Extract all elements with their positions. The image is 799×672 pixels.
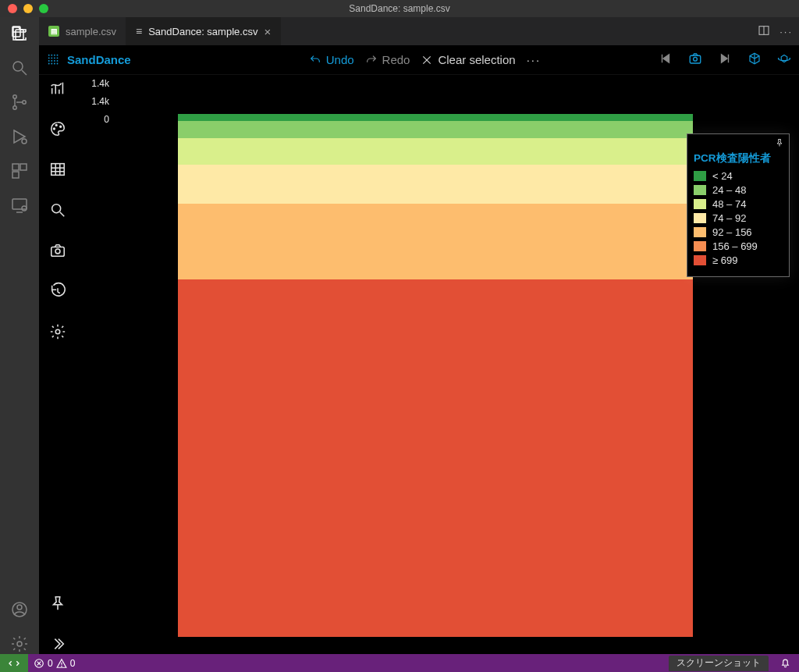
legend-label: ≥ 699: [712, 254, 737, 266]
svg-point-12: [22, 206, 27, 211]
expand-tool-icon[interactable]: [48, 634, 68, 654]
explorer-icon[interactable]: [9, 23, 30, 44]
svg-point-2: [13, 62, 23, 71]
titlebar: SandDance: sample.csv: [0, 0, 799, 17]
cube-icon[interactable]: [748, 52, 762, 68]
legend-item[interactable]: 156 – 699: [694, 240, 783, 252]
legend-label: < 24: [712, 170, 733, 182]
csv-file-icon: ▤: [48, 26, 59, 37]
legend-title: PCR検査陽性者: [694, 151, 783, 165]
undo-label: Undo: [326, 53, 354, 66]
split-editor-icon[interactable]: [758, 24, 770, 39]
settings-tool-icon[interactable]: [48, 322, 68, 342]
legend-item[interactable]: 48 – 74: [694, 198, 783, 210]
window-close-button[interactable]: [8, 4, 17, 13]
svg-marker-41: [722, 55, 728, 63]
close-icon[interactable]: ×: [264, 25, 271, 38]
legend-item[interactable]: 92 – 156: [694, 226, 783, 238]
svg-point-58: [55, 329, 60, 334]
notifications-icon[interactable]: [772, 656, 799, 670]
screenshot-label: スクリーンショット: [676, 656, 761, 670]
chart-canvas[interactable]: PCR検査陽性者 < 2424 – 4848 – 7474 – 9292 – 1…: [76, 75, 799, 654]
chart-type-icon[interactable]: [48, 78, 68, 98]
chart-band[interactable]: [178, 114, 693, 121]
run-debug-icon[interactable]: [9, 126, 30, 147]
next-icon[interactable]: [718, 52, 732, 68]
svg-point-5: [13, 106, 16, 109]
svg-point-32: [54, 62, 55, 64]
chart-band[interactable]: [178, 165, 693, 204]
svg-point-25: [57, 57, 59, 59]
status-bar: 0 0 スクリーンショット: [0, 654, 799, 672]
history-icon[interactable]: [48, 281, 68, 301]
problems-indicator[interactable]: 0 0: [28, 658, 80, 669]
svg-point-20: [54, 54, 55, 55]
pin-legend-icon[interactable]: [775, 137, 784, 151]
editor-tabs: ▤ sample.csv ≡ SandDance: sample.csv × ·…: [39, 17, 799, 45]
sanddance-logo[interactable]: SandDance: [47, 53, 131, 67]
svg-rect-9: [20, 164, 27, 170]
tab-sample-csv[interactable]: ▤ sample.csv: [39, 17, 126, 45]
undo-button[interactable]: Undo: [309, 53, 354, 66]
legend-item[interactable]: 24 – 48: [694, 184, 783, 196]
svg-point-4: [13, 95, 16, 98]
more-toolbar-icon[interactable]: ···: [527, 53, 542, 66]
accounts-icon[interactable]: [9, 599, 30, 620]
legend-item[interactable]: 74 – 92: [694, 212, 783, 224]
legend-swatch: [694, 171, 706, 181]
legend-item[interactable]: < 24: [694, 170, 783, 182]
svg-point-23: [51, 57, 52, 59]
extensions-icon[interactable]: [9, 161, 30, 181]
previous-icon[interactable]: [659, 52, 673, 68]
legend-label: 24 – 48: [712, 184, 746, 196]
window-minimize-button[interactable]: [23, 4, 33, 13]
legend-swatch: [694, 185, 706, 195]
svg-rect-56: [51, 247, 65, 256]
svg-point-24: [54, 57, 55, 59]
redo-label: Redo: [382, 53, 410, 66]
pin-tool-icon[interactable]: [48, 593, 68, 613]
data-table-icon[interactable]: [48, 159, 68, 180]
error-count: 0: [48, 658, 53, 669]
orbit-cube-icon[interactable]: [777, 52, 791, 68]
search-icon[interactable]: [9, 58, 30, 78]
remote-indicator[interactable]: [0, 654, 28, 672]
chart-band[interactable]: [178, 204, 693, 279]
legend-swatch: [694, 213, 706, 223]
legend-panel: PCR検査陽性者 < 2424 – 4848 – 7474 – 9292 – 1…: [687, 133, 790, 277]
chart-band[interactable]: [178, 279, 693, 637]
warning-count: 0: [70, 658, 76, 669]
search-tool-icon[interactable]: [48, 200, 68, 220]
camera-icon[interactable]: [688, 52, 702, 68]
remote-explorer-icon[interactable]: [9, 195, 30, 215]
screenshot-button[interactable]: スクリーンショット: [669, 656, 769, 671]
sanddance-brand: SandDance: [67, 53, 131, 66]
svg-point-22: [48, 57, 50, 59]
sanddance-toolbar: SandDance Undo Redo Clear selection ···: [39, 45, 799, 75]
preview-icon: ≡: [136, 25, 142, 37]
svg-point-19: [51, 54, 52, 55]
settings-gear-icon[interactable]: [9, 634, 30, 654]
chart-band[interactable]: [178, 121, 693, 138]
tab-sanddance-sample[interactable]: ≡ SandDance: sample.csv ×: [126, 17, 281, 45]
snapshot-tool-icon[interactable]: [48, 240, 68, 261]
svg-line-55: [60, 212, 65, 217]
clear-selection-button[interactable]: Clear selection: [421, 53, 515, 66]
legend-label: 74 – 92: [712, 212, 746, 224]
redo-button[interactable]: Redo: [365, 53, 410, 66]
svg-point-63: [61, 666, 62, 667]
source-control-icon[interactable]: [9, 92, 30, 112]
svg-point-47: [55, 125, 57, 126]
more-actions-icon[interactable]: ···: [779, 26, 793, 37]
sanddance-tool-rail: [39, 75, 76, 654]
window-zoom-button[interactable]: [39, 4, 48, 13]
legend-item[interactable]: ≥ 699: [694, 254, 783, 266]
chart-band[interactable]: [178, 138, 693, 165]
legend-swatch: [694, 199, 706, 209]
legend-swatch: [694, 255, 706, 265]
svg-point-7: [22, 139, 27, 144]
sanddance-canvas-area: 1.4k 1.4k 0 PCR検査陽性者 < 2424 – 4848 – 747…: [39, 75, 799, 654]
sanddance-logo-icon: [47, 53, 61, 67]
color-palette-icon[interactable]: [48, 119, 68, 139]
svg-marker-37: [663, 55, 669, 63]
